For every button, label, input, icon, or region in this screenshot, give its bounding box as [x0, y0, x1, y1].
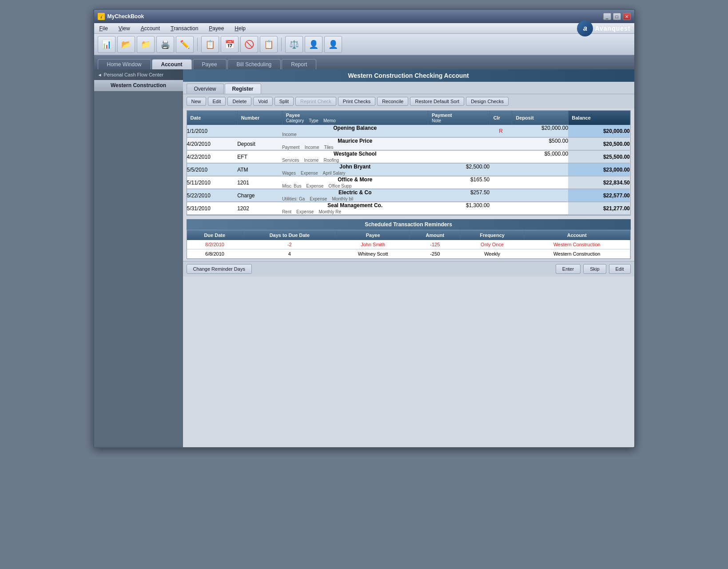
- tab-report[interactable]: Report: [282, 59, 316, 69]
- rem-col-payee: Payee: [336, 230, 410, 240]
- btn-reconcile[interactable]: Reconcile: [377, 97, 408, 106]
- tx-payment: $257.50: [428, 189, 489, 196]
- tx-deposit: $5,000.00: [512, 150, 568, 158]
- tx-payee: Electric & Co: [282, 189, 428, 196]
- tx-note: [428, 196, 489, 202]
- table-row[interactable]: 4/22/2010 EFT Westgate School $5,000.00 …: [187, 150, 630, 158]
- table-row[interactable]: 4/20/2010 Deposit Maurice Price $500.00 …: [187, 137, 630, 145]
- tab-payee[interactable]: Payee: [193, 59, 227, 69]
- app-icon: 💰: [98, 13, 105, 20]
- tx-number: Charge: [237, 189, 282, 202]
- menu-payee[interactable]: Payee: [207, 24, 226, 32]
- rem-due-date: 8/2/2010: [187, 240, 243, 249]
- menu-transaction[interactable]: Transaction: [169, 24, 200, 32]
- tx-clr: [489, 176, 512, 189]
- toolbar-user-btn[interactable]: 👤: [305, 36, 322, 53]
- btn-design-checks[interactable]: Design Checks: [466, 97, 509, 106]
- app-window: 💰 MyCheckBook _ □ ✕ File View Account Tr…: [93, 9, 635, 448]
- toolbar-save-btn[interactable]: 📁: [137, 36, 155, 53]
- tx-deposit: [512, 202, 568, 209]
- toolbar-void-btn[interactable]: 🚫: [240, 36, 258, 53]
- list-item[interactable]: 8/2/2010 -2 John Smith -125 Only Once We…: [187, 240, 630, 249]
- toolbar-copy-btn[interactable]: 📋: [260, 36, 278, 53]
- tx-clr: [489, 189, 512, 202]
- maximize-button[interactable]: □: [613, 13, 621, 20]
- close-button[interactable]: ✕: [623, 13, 631, 20]
- tx-date: 5/11/2010: [187, 176, 238, 189]
- bottom-bar: Change Reminder Days Enter Skip Edit: [183, 261, 634, 276]
- brand-name: Avanquest: [595, 25, 630, 32]
- toolbar-new-btn[interactable]: 📊: [98, 36, 115, 53]
- col-deposit: Deposit: [512, 111, 568, 125]
- btn-void[interactable]: Void: [253, 97, 272, 106]
- tab-account[interactable]: Account: [152, 59, 192, 69]
- action-bar: New Edit Delete Void Split Reprint Check…: [183, 94, 634, 108]
- brand-logo: a: [577, 20, 593, 36]
- tx-note: [428, 171, 489, 176]
- rem-col-days: Days to Due Date: [243, 230, 336, 240]
- toolbar-print-btn[interactable]: 🖨️: [156, 36, 174, 53]
- btn-restore-default-sort[interactable]: Restore Default Sort: [410, 97, 464, 106]
- tx-number: ATM: [237, 163, 282, 176]
- table-row[interactable]: 5/5/2010 ATM John Bryant $2,500.00 $23,0…: [187, 163, 630, 171]
- tx-balance: $20,500.00: [568, 137, 630, 150]
- reminders-title: Scheduled Transaction Reminders: [187, 219, 631, 230]
- main-content: ◄ Personal Cash Flow Center Western Cons…: [94, 69, 634, 447]
- tx-balance: $22,577.00: [568, 189, 630, 202]
- title-controls[interactable]: _ □ ✕: [603, 13, 631, 20]
- btn-skip[interactable]: Skip: [583, 264, 606, 274]
- tx-deposit: [512, 176, 568, 184]
- toolbar-open-btn[interactable]: 📂: [117, 36, 135, 53]
- tx-number: Deposit: [237, 137, 282, 150]
- tx-sub-info: Income: [282, 132, 428, 137]
- sidebar-header[interactable]: ◄ Personal Cash Flow Center: [94, 69, 183, 80]
- reg-tab-register[interactable]: Register: [225, 84, 261, 94]
- tx-date: 5/31/2010: [187, 202, 238, 215]
- tx-deposit: [512, 163, 568, 171]
- toolbar-schedule-btn[interactable]: 📋: [201, 36, 219, 53]
- tx-balance: $21,277.00: [568, 202, 630, 215]
- toolbar-calendar-btn[interactable]: 📅: [221, 36, 239, 53]
- reg-tab-overview[interactable]: Overview: [187, 84, 224, 94]
- menu-file[interactable]: File: [98, 24, 110, 32]
- col-date: Date: [187, 111, 238, 125]
- table-row[interactable]: 5/31/2010 1202 Seal Management Co. $1,30…: [187, 202, 630, 209]
- table-row[interactable]: 5/22/2010 Charge Electric & Co $257.50 $…: [187, 189, 630, 196]
- btn-bottom-edit[interactable]: Edit: [609, 264, 631, 274]
- tab-home-window[interactable]: Home Window: [98, 59, 151, 69]
- table-row[interactable]: 5/11/2010 1201 Office & More $165.50 $22…: [187, 176, 630, 184]
- toolbar-payee-btn[interactable]: 👤: [324, 36, 342, 53]
- btn-enter[interactable]: Enter: [556, 264, 581, 274]
- toolbar-balance-btn[interactable]: ⚖️: [285, 36, 303, 53]
- tab-bill-scheduling[interactable]: Bill Scheduling: [227, 59, 281, 69]
- tx-payment: $1,300.00: [428, 202, 489, 209]
- menu-account[interactable]: Account: [139, 24, 162, 32]
- tx-deposit: $500.00: [512, 137, 568, 145]
- title-bar: 💰 MyCheckBook _ □ ✕: [94, 10, 634, 23]
- tx-payee: Opening Balance: [282, 125, 428, 132]
- btn-delete[interactable]: Delete: [227, 97, 251, 106]
- sidebar-item-western-construction[interactable]: Western Construction: [94, 80, 183, 91]
- register-tabs: Overview Register: [183, 82, 634, 94]
- register-table: Date Number PayeeCategory Type Memo Paym…: [187, 110, 631, 216]
- btn-split[interactable]: Split: [274, 97, 294, 106]
- tx-note: [428, 132, 489, 137]
- tx-payee: John Bryant: [282, 163, 428, 171]
- btn-reprint-check[interactable]: Reprint Check: [295, 97, 336, 106]
- tx-payee: Office & More: [282, 176, 428, 184]
- content-panel: Western Construction Checking Account Ov…: [183, 69, 634, 447]
- tx-balance: $22,834.50: [568, 176, 630, 189]
- minimize-button[interactable]: _: [603, 13, 611, 20]
- btn-print-checks[interactable]: Print Checks: [338, 97, 375, 106]
- btn-new[interactable]: New: [187, 97, 206, 106]
- tx-clr: R: [489, 125, 512, 137]
- sidebar: ◄ Personal Cash Flow Center Western Cons…: [94, 69, 183, 447]
- toolbar-edit-btn[interactable]: ✏️: [176, 36, 194, 53]
- table-row[interactable]: 1/1/2010 Opening Balance R $20,000.00 $2…: [187, 125, 630, 132]
- btn-change-reminder-days[interactable]: Change Reminder Days: [187, 264, 252, 274]
- menu-help[interactable]: Help: [233, 24, 247, 32]
- menu-view[interactable]: View: [117, 24, 132, 32]
- tx-clr: [489, 137, 512, 150]
- btn-edit[interactable]: Edit: [208, 97, 226, 106]
- list-item[interactable]: 6/8/2010 4 Whitney Scott -250 Weekly Wes…: [187, 249, 630, 259]
